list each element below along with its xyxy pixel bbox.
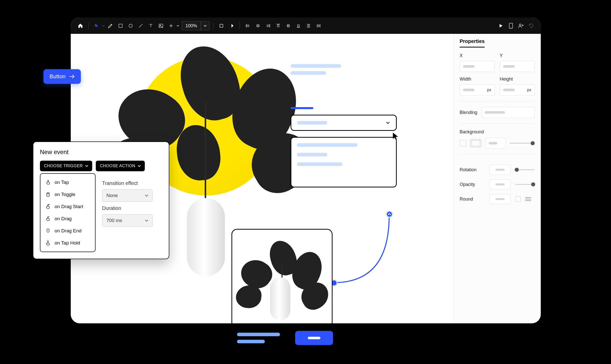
height-input[interactable]: px — [500, 84, 535, 95]
chevron-down-icon — [385, 120, 390, 125]
placeholder-bar — [237, 333, 280, 336]
svg-point-20 — [47, 240, 49, 242]
pen-tool-icon[interactable] — [106, 21, 115, 30]
round-corners-icon[interactable] — [525, 197, 531, 201]
properties-tab[interactable]: Properties — [460, 38, 485, 47]
distribute-v-icon[interactable] — [304, 21, 313, 30]
blending-input[interactable] — [481, 107, 535, 118]
rotation-input[interactable] — [489, 165, 511, 175]
chevron-down-icon[interactable] — [102, 25, 105, 27]
chevron-down-icon — [138, 164, 141, 167]
trigger-on-toggle[interactable]: on Toggle — [40, 188, 95, 201]
align-bottom-icon[interactable] — [294, 21, 303, 30]
mini-primary-button[interactable] — [295, 331, 333, 345]
toggle-icon — [45, 191, 51, 198]
mini-preview-bar — [237, 331, 333, 345]
y-input[interactable] — [500, 61, 535, 72]
floating-button-component[interactable]: Button — [43, 69, 81, 84]
connection-node-end[interactable] — [386, 211, 393, 218]
svg-point-15 — [519, 24, 521, 26]
svg-rect-12 — [318, 25, 319, 27]
distribute-h-icon[interactable] — [314, 21, 323, 30]
new-event-title: New event — [40, 149, 162, 156]
undo-history-icon[interactable] — [527, 21, 536, 30]
selection-indicator — [291, 107, 313, 109]
blending-label: Blending — [460, 110, 477, 115]
svg-point-14 — [511, 27, 511, 28]
dropdown-closed[interactable] — [291, 115, 397, 131]
home-icon[interactable] — [76, 21, 85, 30]
rotation-slider[interactable] — [515, 167, 535, 173]
tap-icon — [45, 179, 51, 185]
y-label: Y — [500, 53, 535, 58]
x-input[interactable] — [460, 61, 495, 72]
height-label: Height — [500, 77, 535, 82]
opacity-input[interactable] — [489, 179, 511, 189]
text-placeholder-lines[interactable] — [291, 64, 341, 78]
trigger-on-drag[interactable]: on Drag — [40, 213, 95, 225]
svg-rect-11 — [308, 25, 310, 27]
width-input[interactable]: px — [460, 84, 495, 95]
round-label: Round — [460, 197, 485, 202]
round-input[interactable] — [489, 194, 511, 204]
arrow-right-icon — [69, 74, 75, 79]
trigger-on-drag-end[interactable]: on Drag End — [40, 225, 95, 237]
properties-panel: Properties X Y Width px Height — [453, 34, 541, 323]
trigger-dropdown-list: on Tap on Toggle on Drag Start on Drag o… — [40, 173, 96, 252]
drag-start-icon — [45, 204, 51, 210]
rotation-label: Rotation — [460, 167, 485, 173]
background-label: Background — [460, 129, 535, 135]
floating-button-label: Button — [50, 73, 66, 80]
plant-pot[interactable] — [187, 198, 225, 276]
bg-swatch-none[interactable] — [460, 140, 466, 147]
prototype-connection[interactable] — [328, 211, 404, 312]
chevron-down-icon — [145, 194, 148, 197]
choose-trigger-chip[interactable]: CHOOSE TRIGGER — [40, 161, 92, 171]
drag-icon — [45, 216, 51, 222]
artboard-preview[interactable] — [231, 229, 333, 323]
choose-action-chip[interactable]: CHOOSE ACTION — [96, 161, 145, 171]
duration-select[interactable]: 700 ms — [102, 214, 153, 227]
transition-effect-select[interactable]: None — [102, 189, 153, 202]
svg-point-16 — [48, 180, 49, 181]
x-label: X — [460, 53, 495, 58]
device-preview-icon[interactable] — [506, 21, 515, 30]
add-user-icon[interactable] — [516, 21, 526, 30]
cursor-icon — [392, 132, 399, 140]
opacity-slider[interactable] — [515, 181, 535, 187]
bg-swatch-image[interactable] — [470, 139, 481, 147]
svg-point-18 — [48, 193, 48, 194]
trigger-on-drag-start[interactable]: on Drag Start — [40, 201, 95, 213]
placeholder-bar — [237, 340, 265, 343]
chevron-down-icon — [145, 219, 148, 222]
duration-label: Duration — [102, 205, 162, 211]
bg-slider[interactable] — [510, 140, 535, 146]
opacity-label: Opacity — [460, 182, 485, 187]
select-tool-icon[interactable] — [92, 21, 101, 30]
round-link-toggle[interactable] — [515, 196, 521, 202]
chevron-down-icon — [85, 164, 88, 167]
svg-rect-10 — [298, 25, 299, 27]
trigger-on-tap-hold[interactable]: on Tap Hold — [40, 237, 95, 249]
play-icon[interactable] — [496, 21, 505, 30]
dropdown-open[interactable] — [291, 137, 397, 187]
width-label: Width — [460, 77, 495, 82]
transition-effect-label: Transition effect — [102, 180, 162, 186]
bg-value-input[interactable] — [485, 138, 506, 149]
new-event-panel: New event CHOOSE TRIGGER CHOOSE ACTION o… — [33, 141, 169, 259]
tap-hold-icon — [45, 240, 51, 246]
drag-end-icon — [45, 228, 51, 234]
trigger-on-tap[interactable]: on Tap — [40, 176, 95, 188]
